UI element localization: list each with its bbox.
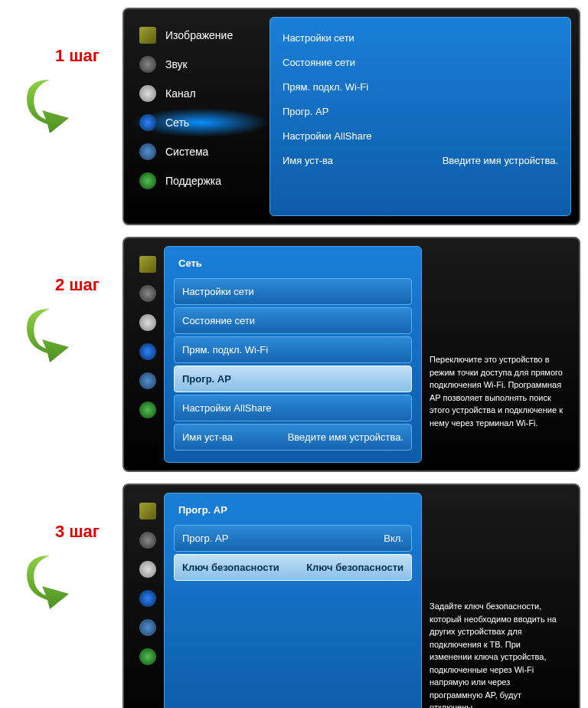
net-status[interactable]: Состояние сети — [174, 307, 412, 334]
menu-support[interactable]: Поддержка — [132, 166, 270, 195]
menu-network[interactable] — [132, 584, 164, 613]
net-settings[interactable]: Настройки сети — [279, 27, 561, 49]
net-allshare[interactable]: Настройки AllShare — [279, 125, 561, 147]
help-text: Переключите это устройство в режим точки… — [422, 246, 571, 463]
sound-icon — [139, 532, 156, 549]
menu-sound[interactable] — [132, 526, 164, 555]
sound-icon — [139, 285, 156, 302]
menu-system[interactable] — [132, 613, 164, 642]
main-menu-collapsed — [132, 246, 164, 463]
channel-icon — [139, 561, 156, 578]
row-value: Введите имя устройства. — [288, 431, 403, 443]
menu-network[interactable]: Сеть — [132, 108, 270, 137]
net-wifi-direct[interactable]: Прям. подкл. Wi-Fi — [174, 336, 412, 363]
menu-sound[interactable] — [132, 279, 164, 308]
menu-support[interactable] — [132, 642, 164, 671]
net-soft-ap[interactable]: Прогр. AP — [174, 365, 412, 392]
image-icon — [139, 256, 156, 273]
row-label: Имя уст-ва — [283, 155, 333, 166]
image-icon — [139, 503, 156, 520]
menu-support[interactable] — [132, 395, 164, 424]
step-2-label: 2 шаг — [8, 275, 122, 295]
arrow-icon — [23, 548, 100, 609]
net-device-name[interactable]: Имя уст-ваВведите имя устройства. — [279, 149, 561, 172]
network-submenu: Настройки сети Состояние сети Прям. подк… — [270, 17, 571, 216]
row-label: Имя уст-ва — [182, 431, 233, 443]
network-panel: Сеть Настройки сети Состояние сети Прям.… — [164, 246, 422, 463]
menu-image[interactable]: Изображение — [132, 21, 270, 50]
tv-screen-1: Изображение Звук Канал Сеть Система Подд… — [122, 8, 580, 225]
gear-icon — [139, 143, 156, 160]
softap-toggle[interactable]: Прогр. APВкл. — [174, 525, 412, 552]
net-status[interactable]: Состояние сети — [279, 51, 561, 74]
net-allshare[interactable]: Настройки AllShare — [174, 395, 412, 421]
panel-title: Сеть — [174, 256, 412, 270]
row-label: Прогр. AP — [182, 533, 228, 544]
menu-label: Сеть — [165, 116, 189, 129]
menu-sound[interactable]: Звук — [132, 50, 270, 79]
step-3-label: 3 шаг — [8, 522, 122, 542]
help-icon — [139, 402, 156, 418]
net-device-name[interactable]: Имя уст-ваВведите имя устройства. — [174, 424, 412, 451]
menu-network[interactable] — [132, 337, 164, 366]
row-label: Ключ безопасности — [182, 562, 279, 573]
globe-icon — [139, 114, 156, 131]
menu-channel[interactable]: Канал — [132, 79, 270, 108]
arrow-icon — [23, 301, 100, 362]
menu-image[interactable] — [132, 497, 164, 526]
help-icon — [139, 172, 156, 189]
menu-image[interactable] — [132, 250, 164, 279]
security-key[interactable]: Ключ безопасностиКлюч безопасности — [174, 554, 412, 581]
help-text: Задайте ключ безопасности, который необх… — [422, 493, 571, 708]
menu-label: Поддержка — [165, 175, 221, 187]
tv-screen-3: Прогр. AP Прогр. APВкл. Ключ безопасност… — [122, 483, 580, 708]
menu-system[interactable]: Система — [132, 137, 270, 166]
row-value: Введите имя устройства. — [443, 155, 558, 166]
gear-icon — [139, 372, 156, 389]
net-settings[interactable]: Настройки сети — [174, 278, 412, 305]
menu-channel[interactable] — [132, 555, 164, 584]
softap-panel: Прогр. AP Прогр. APВкл. Ключ безопасност… — [164, 493, 422, 708]
net-wifi-direct[interactable]: Прям. подкл. Wi-Fi — [279, 76, 561, 98]
menu-channel[interactable] — [132, 308, 164, 337]
help-icon — [139, 648, 156, 665]
channel-icon — [139, 314, 156, 331]
menu-label: Изображение — [165, 29, 233, 41]
menu-system[interactable] — [132, 366, 164, 395]
menu-label: Система — [165, 146, 208, 158]
image-icon — [139, 27, 156, 44]
arrow-icon — [23, 72, 100, 133]
channel-icon — [139, 85, 156, 102]
sound-icon — [139, 56, 156, 73]
main-menu: Изображение Звук Канал Сеть Система Подд… — [132, 17, 270, 216]
net-soft-ap[interactable]: Прогр. AP — [279, 100, 561, 123]
main-menu-collapsed — [132, 493, 164, 708]
row-value: Ключ безопасности — [306, 562, 403, 573]
gear-icon — [139, 619, 156, 636]
step-1-label: 1 шаг — [8, 46, 122, 66]
globe-icon — [139, 590, 156, 607]
globe-icon — [139, 343, 156, 360]
row-value: Вкл. — [384, 533, 403, 544]
tv-screen-2: Сеть Настройки сети Состояние сети Прям.… — [122, 237, 580, 472]
panel-title: Прогр. AP — [174, 503, 412, 517]
menu-label: Канал — [165, 87, 196, 100]
menu-label: Звук — [165, 58, 188, 70]
